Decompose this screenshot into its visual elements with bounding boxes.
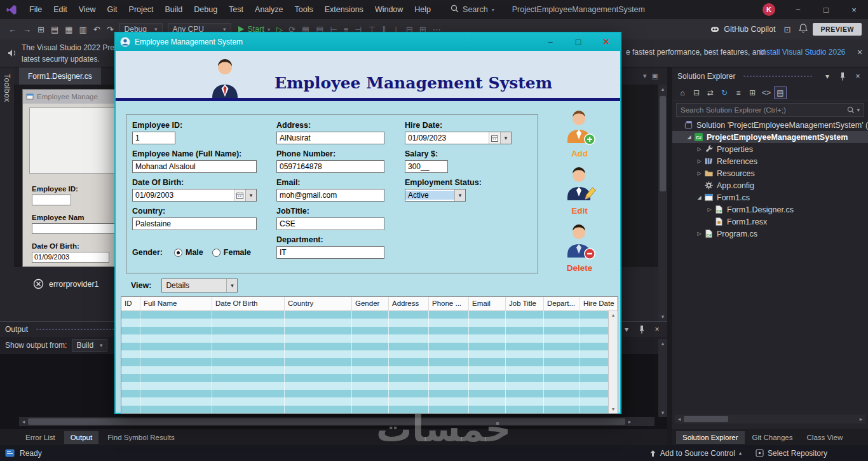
- background-tasks-icon[interactable]: [5, 449, 15, 457]
- list-row[interactable]: [121, 390, 609, 397]
- chevron-down-icon[interactable]: ▾: [620, 323, 633, 336]
- add-button[interactable]: Add: [559, 109, 600, 158]
- view-code-icon[interactable]: <>: [760, 86, 773, 99]
- scroll-left-icon[interactable]: ◂: [675, 415, 684, 423]
- add-to-source-control-button[interactable]: Add to Source Control ▴: [649, 449, 742, 458]
- column-header-date-of-birth[interactable]: Date Of Birth: [212, 297, 285, 310]
- scroll-right-icon[interactable]: ▸: [857, 415, 865, 423]
- menu-item-analyze[interactable]: Analyze: [249, 0, 288, 19]
- tree-expanded-icon[interactable]: ◢: [685, 134, 693, 140]
- panel-tab-solution-explorer[interactable]: Solution Explorer: [676, 431, 745, 444]
- close-icon[interactable]: ×: [651, 323, 663, 336]
- preview-badge[interactable]: PREVIEW: [813, 23, 862, 36]
- column-header-depart[interactable]: Depart...: [544, 297, 580, 310]
- scroll-left-icon[interactable]: ◂: [19, 417, 28, 426]
- chevron-down-icon[interactable]: ▾: [821, 70, 834, 83]
- tree-collapsed-icon[interactable]: ▷: [705, 207, 714, 212]
- scroll-thumb[interactable]: [660, 96, 666, 191]
- edit-button[interactable]: Edit: [559, 167, 600, 216]
- save-all-icon[interactable]: ▥: [76, 25, 90, 34]
- menu-item-edit[interactable]: Edit: [48, 0, 73, 19]
- list-row[interactable]: [121, 406, 609, 413]
- errorprovider-component[interactable]: errorprovider1: [33, 279, 99, 289]
- nav-back-icon[interactable]: ←: [5, 25, 20, 34]
- tree-item-form1-designer-cs[interactable]: ▷C#Form1.Designer.cs: [672, 203, 868, 216]
- scroll-up-icon[interactable]: ▴: [612, 312, 614, 318]
- tree-item-projectemployeemanagementsystem[interactable]: ◢C#ProjectEmployeeManagementSystem: [672, 131, 868, 143]
- close-icon[interactable]: ×: [854, 47, 865, 57]
- sync-with-active-icon[interactable]: ⇄: [704, 86, 717, 99]
- nav-forward-icon[interactable]: →: [20, 25, 34, 34]
- column-header-address[interactable]: Address: [389, 297, 429, 310]
- open-file-icon[interactable]: ▤: [48, 25, 62, 34]
- menu-item-git[interactable]: Git: [102, 0, 123, 19]
- minimize-button[interactable]: −: [784, 0, 812, 19]
- panel-tab-class-view[interactable]: Class View: [801, 431, 850, 444]
- scroll-down-icon[interactable]: ▾: [658, 312, 667, 321]
- send-feedback-icon[interactable]: ⊡: [780, 25, 794, 34]
- email-input[interactable]: moh@gmail.com: [276, 189, 384, 202]
- undo-icon[interactable]: ↶: [90, 25, 104, 34]
- github-copilot-button[interactable]: GitHub Copilot: [710, 24, 775, 34]
- gender-radio-female[interactable]: Female: [212, 248, 251, 257]
- tree-item-properties[interactable]: ▷Properties: [672, 143, 868, 155]
- tree-expanded-icon[interactable]: ◢: [695, 195, 703, 200]
- select-repository-button[interactable]: Select Repository: [756, 449, 827, 458]
- scroll-down-icon[interactable]: ▾: [612, 406, 614, 412]
- new-project-icon[interactable]: ⊞: [34, 25, 48, 34]
- panel-grip[interactable]: [743, 75, 813, 78]
- document-dropdown-icon[interactable]: ▾: [643, 72, 647, 80]
- menu-item-test[interactable]: Test: [223, 0, 249, 19]
- float-window-icon[interactable]: ▣: [652, 72, 658, 80]
- search-control[interactable]: Search ▾: [451, 4, 494, 15]
- tab-form1-designer-cs[interactable]: Form1.Designer.cs: [19, 67, 101, 85]
- column-header-country[interactable]: Country: [285, 297, 352, 310]
- job-title-input[interactable]: CSE: [276, 217, 384, 230]
- tree-item-references[interactable]: ▷References: [672, 155, 868, 167]
- bg-employee-id-input[interactable]: [32, 195, 71, 205]
- list-row[interactable]: [121, 350, 609, 358]
- notifications-bell-icon[interactable]: [799, 24, 808, 35]
- calendar-icon[interactable]: [234, 189, 245, 201]
- scroll-down-icon[interactable]: ▾: [658, 408, 667, 417]
- panel-tab-git-changes[interactable]: Git Changes: [746, 431, 799, 444]
- list-row[interactable]: [121, 358, 609, 366]
- employment-status-dropdown[interactable]: Active ▾: [405, 189, 466, 202]
- properties-icon[interactable]: ▤: [774, 86, 787, 99]
- menu-item-tools[interactable]: Tools: [289, 0, 319, 19]
- dialog-titlebar[interactable]: Employee Management System − □ ×: [116, 33, 620, 51]
- save-icon[interactable]: ▦: [62, 25, 76, 34]
- solution-search-input[interactable]: [677, 106, 847, 114]
- employee-id-input[interactable]: 1: [132, 132, 175, 144]
- dob-dropdown-icon[interactable]: ▾: [245, 189, 256, 201]
- home-icon[interactable]: ⌂: [676, 86, 689, 99]
- column-header-hire-date[interactable]: Hire Date: [580, 297, 618, 310]
- collapse-all-icon[interactable]: ⊟: [690, 86, 703, 99]
- menu-item-project[interactable]: Project: [123, 0, 159, 19]
- tree-item-form1-cs[interactable]: ◢Form1.cs: [672, 191, 868, 203]
- view-dropdown[interactable]: Details ▾: [161, 279, 238, 292]
- list-row[interactable]: [121, 327, 609, 334]
- account-avatar[interactable]: K: [763, 3, 775, 16]
- phone-input[interactable]: 0597164878: [276, 160, 384, 173]
- list-row[interactable]: [121, 374, 609, 382]
- country-input[interactable]: Palestaine: [132, 217, 257, 230]
- bg-dob-picker[interactable]: 01/09/2003: [32, 252, 109, 263]
- close-icon[interactable]: ×: [851, 70, 864, 83]
- scroll-thumb[interactable]: [28, 418, 625, 425]
- menu-item-help[interactable]: Help: [409, 0, 437, 19]
- tree-item-form1-resx[interactable]: Form1.resx: [672, 216, 868, 228]
- menu-item-window[interactable]: Window: [369, 0, 409, 19]
- list-row[interactable]: [121, 382, 609, 390]
- tab-find-symbol-results[interactable]: Find Symbol Results: [101, 431, 180, 444]
- tree-item-resources[interactable]: ▷Resources: [672, 167, 868, 179]
- install-vs-2026-link[interactable]: Install Visual Studio 2026: [760, 48, 846, 57]
- tab-output[interactable]: Output: [64, 431, 99, 444]
- tree-collapsed-icon[interactable]: ▷: [695, 170, 703, 176]
- minimize-button[interactable]: −: [536, 33, 564, 51]
- pin-icon[interactable]: [836, 70, 849, 83]
- output-vertical-scrollbar[interactable]: ▴ ▾: [658, 339, 667, 417]
- view-dropdown-icon[interactable]: ▾: [226, 279, 237, 292]
- se-horizontal-scrollbar[interactable]: ◂ ▸: [675, 415, 865, 423]
- salary-input[interactable]: 300__: [405, 160, 448, 173]
